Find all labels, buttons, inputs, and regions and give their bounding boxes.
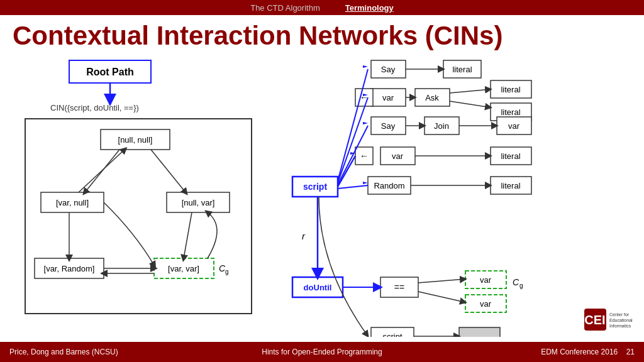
svg-text:Educational: Educational [609,318,633,322]
bottom-center: Hints for Open-Ended Programming [218,348,426,356]
bottom-left: Price, Dong and Barnes (NCSU) [9,348,218,356]
var4-node: var [480,275,492,285]
topbar-item-terminology[interactable]: Terminology [345,3,394,13]
svg-line-25 [450,101,491,107]
literal3-node: literal [501,107,520,117]
dots-node: ... [475,331,483,337]
cin-text: CIN({script, doUntil, ==}) [50,103,139,112]
literal1-node: literal [452,65,472,74]
svg-text:CEI: CEI [584,313,605,327]
content: Root Path CIN({script, doUntil, ==}) [0,54,644,331]
var3-node: var [392,151,404,161]
cg-sub-right: g [519,282,523,289]
left-diagram-svg: Root Path CIN({script, doUntil, ==}) [13,57,277,327]
svg-line-40 [338,97,368,183]
literal5-node: literal [501,181,520,190]
null-null: [null, null] [118,135,153,145]
topbar-item-ctd[interactable]: The CTD Algorithm [250,3,320,13]
join-node: Join [434,121,449,131]
var-var: [var, var] [168,264,199,273]
right-diagram-svg: script Say literal var Ask literal liter… [283,54,635,337]
var-random: [var, Random] [44,264,95,273]
eq-node: == [394,282,404,292]
literal2-node: literal [501,85,520,94]
cei-logo-svg: CEI Center for Educational Informatics [584,309,635,337]
say1-node: Say [381,65,396,74]
script2-node: script [382,332,402,337]
svg-line-54 [418,279,465,283]
top-bar: The CTD Algorithm Terminology [0,0,644,15]
bottom-bar: Price, Dong and Barnes (NCSU) Hints for … [0,342,644,362]
doUntil-node: doUntil [304,283,332,292]
svg-marker-44 [363,65,368,68]
ask-node: Ask [425,93,439,102]
cg-sub-left: g [225,268,229,275]
say2-node: Say [381,121,396,131]
svg-marker-46 [363,122,368,124]
cei-logo: CEI Center for Educational Informatics [584,309,635,337]
svg-text:Informatics: Informatics [609,324,631,328]
svg-text:Center for: Center for [609,312,630,317]
cg-right: C [513,277,519,287]
r-label: r [302,231,306,241]
root-path-label: Root Path [86,67,134,77]
random-node: Random [374,181,404,190]
script-node: script [303,182,327,192]
svg-line-43 [338,185,368,189]
svg-line-55 [418,292,465,302]
bottom-right: EDM Conference 2016 21 [426,348,635,356]
literal4-node: literal [501,151,520,161]
right-panel: script Say literal var Ask literal liter… [283,54,635,331]
null-var: [null, var] [182,198,215,207]
var5-node: var [480,299,492,309]
title-area: Contextual Interaction Networks (CINs) [0,15,644,54]
main-title: Contextual Interaction Networks (CINs) [13,21,631,50]
left-panel: Root Path CIN({script, doUntil, ==}) [13,54,277,331]
svg-line-24 [450,89,491,93]
var1-node: var [382,93,394,102]
svg-marker-48 [363,182,368,184]
var-null: [var, null] [56,198,89,207]
var2-node: var [508,121,520,131]
left-arrow2-node: ← [360,151,369,161]
